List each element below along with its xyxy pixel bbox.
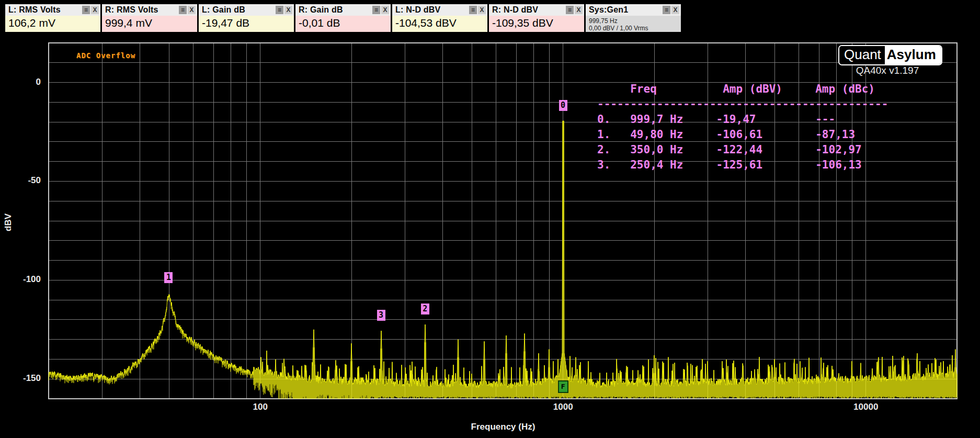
close-icon[interactable]: X (284, 6, 292, 14)
meter-value: -19,47 dB (199, 16, 294, 32)
meter-value: 999,4 mV (102, 16, 197, 32)
meter-value: 999,75 Hz 0,00 dBV / 1,00 Vrms (586, 16, 681, 32)
close-icon[interactable]: X (478, 6, 486, 14)
y-axis-title: dBV (3, 207, 14, 238)
x-axis-title: Frequency (Hz) (451, 422, 555, 432)
version-text: QA40x v1.197 (838, 65, 937, 76)
menu-icon[interactable]: ≡ (566, 6, 574, 14)
meter-label: R: Gain dB (299, 5, 372, 15)
meter-tile-sys-gen1[interactable]: Sys:Gen1 ≡ X 999,75 Hz 0,00 dBV / 1,00 V… (586, 4, 681, 32)
marker-table-header: Freq Amp (dBV) Amp (dBc) (597, 82, 888, 97)
y-tick-label: 0 (4, 77, 41, 87)
marker-badge-3[interactable]: 3 (377, 310, 385, 321)
meter-tile-l-gain[interactable]: L: Gain dB ≡ X -19,47 dB (199, 4, 294, 32)
close-icon[interactable]: X (671, 6, 679, 14)
menu-icon[interactable]: ≡ (82, 6, 90, 14)
adc-overflow-warning: ADC Overflow (76, 51, 135, 60)
meter-value: -0,01 dB (295, 16, 391, 32)
meter-label: L: RMS Volts (8, 5, 82, 15)
marker-table-row: 0. 999,7 Hz -19,47 --- (597, 112, 888, 127)
meter-tile-header[interactable]: L: Gain dB ≡ X (199, 4, 294, 16)
logo-quant: Quant (839, 46, 885, 64)
meter-label: L: N-D dBV (395, 5, 469, 15)
meter-strip: L: RMS Volts ≡ X 106,2 mV R: RMS Volts ≡… (5, 4, 682, 32)
meter-tile-r-nd[interactable]: R: N-D dBV ≡ X -109,35 dBV (489, 4, 584, 32)
meter-label: R: N-D dBV (492, 5, 566, 15)
marker-table-row: 1. 49,80 Hz -106,61 -87,13 (597, 127, 888, 142)
gen1-level: 0,00 dBV / 1,00 Vrms (589, 25, 681, 32)
meter-value: -104,53 dBV (392, 16, 487, 32)
meter-tile-header[interactable]: R: N-D dBV ≡ X (489, 4, 584, 16)
meter-value: 106,2 mV (5, 16, 100, 32)
marker-table: Freq Amp (dBV) Amp (dBc) ---------------… (597, 82, 888, 173)
marker-badge-1[interactable]: 1 (164, 272, 173, 283)
meter-tile-r-rms[interactable]: R: RMS Volts ≡ X 999,4 mV (102, 4, 197, 32)
meter-tile-header[interactable]: R: RMS Volts ≡ X (102, 4, 197, 16)
menu-icon[interactable]: ≡ (276, 6, 283, 14)
meter-value: -109,35 dBV (489, 16, 584, 32)
analyzer-window: L: RMS Volts ≡ X 106,2 mV R: RMS Volts ≡… (0, 0, 980, 438)
marker-table-row: 2. 350,0 Hz -122,44 -102,97 (597, 142, 888, 158)
menu-icon[interactable]: ≡ (663, 6, 670, 14)
meter-tile-l-rms[interactable]: L: RMS Volts ≡ X 106,2 mV (5, 4, 100, 32)
logo-asylum: Asylum (885, 46, 941, 64)
meter-label: L: Gain dB (202, 5, 276, 15)
close-icon[interactable]: X (381, 6, 389, 14)
y-tick-label: -150 (4, 373, 41, 384)
meter-tile-r-gain[interactable]: R: Gain dB ≡ X -0,01 dB (295, 4, 391, 32)
close-icon[interactable]: X (575, 6, 583, 14)
menu-icon[interactable]: ≡ (469, 6, 477, 14)
meter-label: R: RMS Volts (105, 5, 179, 15)
close-icon[interactable]: X (91, 6, 99, 14)
x-tick-label: 100 (237, 402, 284, 412)
meter-tile-l-nd[interactable]: L: N-D dBV ≡ X -104,53 dBV (392, 4, 487, 32)
fundamental-marker[interactable]: F (558, 380, 568, 393)
close-icon[interactable]: X (188, 6, 196, 14)
quantasylum-logo: Quant Asylum (838, 45, 942, 65)
meter-label: Sys:Gen1 (589, 5, 663, 15)
spectrum-chart-area[interactable]: ADC Overflow dBV Frequency (Hz) Freq Amp… (0, 31, 980, 438)
meter-tile-header[interactable]: Sys:Gen1 ≡ X (586, 4, 681, 16)
x-tick-label: 10000 (842, 402, 890, 412)
marker-badge-2[interactable]: 2 (421, 304, 429, 315)
meter-tile-header[interactable]: L: RMS Volts ≡ X (5, 4, 100, 16)
marker-table-separator: ----------------------------------------… (597, 97, 888, 112)
gen1-frequency: 999,75 Hz (589, 17, 681, 25)
menu-icon[interactable]: ≡ (372, 6, 380, 14)
x-tick-label: 1000 (540, 402, 587, 412)
marker-badge-0[interactable]: 0 (559, 100, 567, 111)
y-tick-label: -100 (4, 274, 41, 285)
marker-table-row: 3. 250,4 Hz -125,61 -106,13 (597, 158, 888, 173)
menu-icon[interactable]: ≡ (179, 6, 187, 14)
meter-tile-header[interactable]: L: N-D dBV ≡ X (392, 4, 487, 16)
y-tick-label: -50 (4, 175, 41, 186)
meter-tile-header[interactable]: R: Gain dB ≡ X (295, 4, 391, 16)
